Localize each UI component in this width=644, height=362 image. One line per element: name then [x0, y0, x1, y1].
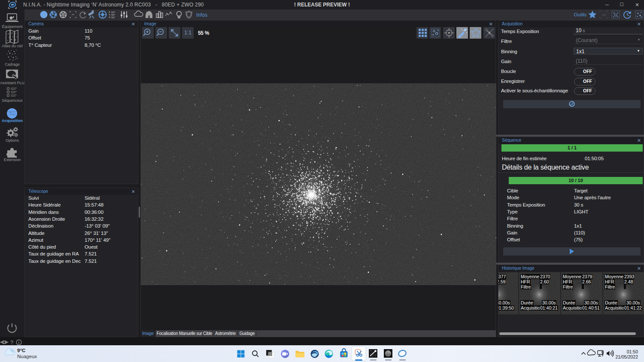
svg-text:9°C: 9°C: [17, 348, 25, 353]
svg-text:?: ?: [10, 339, 13, 345]
svg-text:Nuageux: Nuageux: [17, 354, 37, 359]
svg-text:Infos: Infos: [196, 12, 207, 18]
svg-text:21/05/2022: 21/05/2022: [615, 354, 638, 359]
svg-text:AF: AF: [601, 13, 607, 17]
svg-text:Outils: Outils: [574, 12, 587, 17]
svg-text:01:50: 01:50: [627, 349, 638, 354]
